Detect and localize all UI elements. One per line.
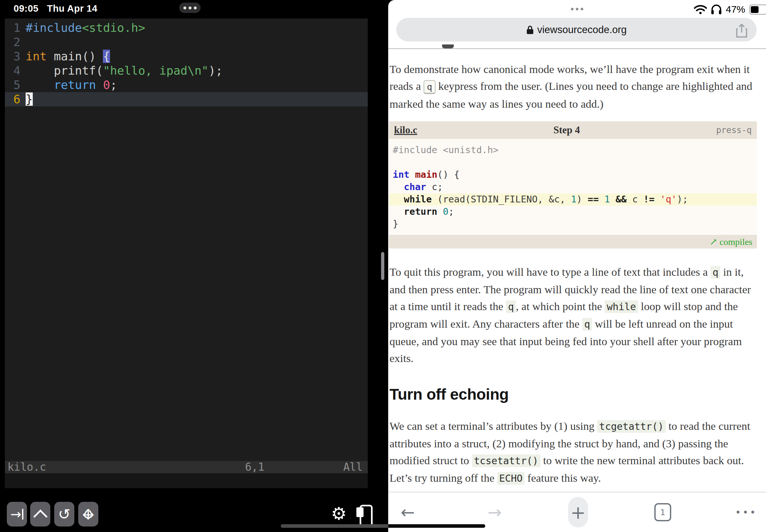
code-line: 3int main() { [5,49,368,64]
vim-filename: kilo.c [7,461,46,473]
url-text: viewsourcecode.org [537,24,627,36]
line-number: 3 [5,49,20,64]
new-tab-button[interactable]: + [564,492,593,532]
tab-count: 1 [660,508,665,517]
paragraph: To quit this program, you will have to t… [390,263,758,367]
status-bar-right: 47% [694,4,766,15]
paste-button[interactable] [356,503,372,526]
code-line: 4 printf("hello, ipad\n"); [5,64,368,78]
screen: 09:05 Thu Apr 14 1#include<stdio.h>23int… [0,0,766,532]
forward-arrow-icon: → [488,502,502,522]
code-line: 5 return 0; [5,78,368,92]
scrolled-key-image-fragment [442,44,454,48]
terminal-settings-button[interactable]: ⚙ [330,501,348,526]
external-arrow-icon: ↗ [710,237,717,247]
code-line: } [389,218,757,230]
terminal-window: 1#include<stdio.h>23int main() {4 printf… [5,18,368,488]
address-bar[interactable]: viewsourcecode.org [396,18,757,42]
vim-scroll-indicator: All [343,461,362,473]
caret-key-icon [33,509,47,524]
code-line: char c; [389,181,757,193]
left-app-window-controls[interactable] [179,3,201,13]
code-line: while (read(STDIN_FILENO, &c, 1) == 1 &&… [389,193,757,206]
code-box-header: kilo.c Step 4 press-q [389,121,757,139]
page-content: To demonstrate how canonical mode works,… [388,49,766,492]
tab-key-button[interactable]: → [7,502,27,526]
safari-window: viewsourcecode.org To demonstrate how ca… [388,0,766,532]
move-arrows-icon: ↕↔ [80,504,96,524]
tabs-icon: 1 [654,503,671,521]
line-number: 2 [5,35,20,49]
date: Thu Apr 14 [47,3,97,14]
share-button[interactable] [735,23,748,39]
code-line: #include <unistd.h> [389,144,757,156]
code-line: 2 [5,35,368,49]
compiles-link[interactable]: ↗ compiles [710,236,752,247]
battery-percent: 47% [726,4,745,15]
vim-editor[interactable]: 1#include<stdio.h>23int main() {4 printf… [5,18,368,463]
vim-cursor-position: 6,1 [245,461,264,473]
code-line: 6} [5,92,368,106]
line-number: 6 [5,92,20,106]
undo-button[interactable]: ↺ [54,502,74,526]
code-box-body: #include <unistd.h>int main() { char c; … [389,139,757,235]
clock: 09:05 [14,3,39,14]
code-box-step: Step 4 [417,124,716,136]
line-number: 1 [5,21,20,35]
lock-icon [526,25,534,35]
wifi-icon [694,5,707,14]
battery-icon [749,5,766,15]
forward-button[interactable]: → [482,492,508,532]
headphones-icon [711,4,722,15]
vim-statusline: kilo.c 6,1 All [5,461,368,473]
line-number: 5 [5,78,20,92]
code-line: int main() { [389,169,757,181]
code-box-footer: ↗ compiles [389,235,757,248]
caret-key-button[interactable] [30,502,50,526]
code-line [389,156,757,169]
gear-icon: ⚙ [331,503,346,524]
back-arrow-icon: ← [401,502,415,522]
undo-icon: ↺ [58,505,71,523]
status-bar-left: 09:05 Thu Apr 14 [14,3,97,14]
code-snippet-box: kilo.c Step 4 press-q #include <unistd.h… [389,121,757,248]
split-view-divider-handle[interactable] [381,252,384,280]
code-line: return 0; [389,206,757,218]
paragraph: To demonstrate how canonical mode works,… [390,61,758,112]
section-heading: Turn off echoing [390,385,758,403]
home-indicator[interactable] [281,524,485,528]
line-number: 4 [5,64,20,78]
ellipsis-icon: ••• [735,507,757,518]
move-cursor-button[interactable]: ↕↔ [78,502,98,526]
code-line: 1#include<stdio.h> [5,21,368,35]
code-box-file-link[interactable]: kilo.c [394,124,417,136]
share-icon [735,23,748,38]
more-button[interactable]: ••• [732,492,761,532]
tab-key-icon: → [10,507,21,522]
paragraph: We can set a terminal’s attributes by (1… [390,417,758,487]
code-box-tag: press-q [716,125,752,135]
safari-window-controls[interactable] [566,4,588,14]
plus-icon: + [571,502,586,523]
tabs-button[interactable]: 1 [650,492,676,532]
